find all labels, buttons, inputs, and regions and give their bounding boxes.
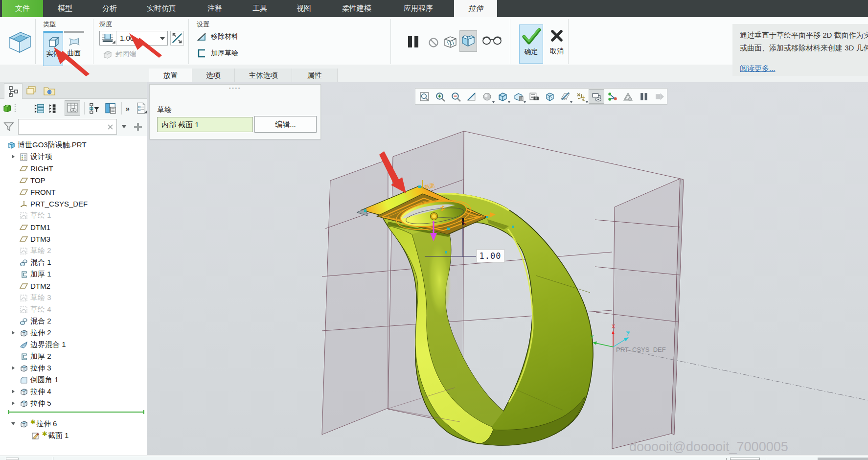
- clear-filter-icon[interactable]: [107, 124, 114, 130]
- saved-views-button[interactable]: [511, 89, 526, 104]
- placement-panel: ▪▪▪▪ 草绘 内部 截面 1 编辑...: [149, 84, 321, 139]
- collapse-all-icon[interactable]: [49, 103, 59, 114]
- zoom-fit-button[interactable]: [417, 89, 433, 104]
- wireframe-preview-icon[interactable]: [443, 35, 458, 49]
- menu-tab-7[interactable]: 应用程序: [391, 0, 445, 17]
- tree-item-6[interactable]: 草绘 1: [0, 209, 51, 221]
- dashboard-tab-3[interactable]: 属性: [292, 69, 338, 82]
- tree-item-5[interactable]: PRT_CSYS_DEF: [0, 198, 88, 209]
- panel-drag-dots[interactable]: ▪▪▪▪: [229, 86, 241, 91]
- expand-arrow-icon[interactable]: [11, 389, 16, 394]
- tree-item-18[interactable]: 加厚 2: [0, 350, 51, 362]
- tree-item-4[interactable]: FRONT: [0, 186, 56, 198]
- dimension-value[interactable]: 1.00: [480, 251, 502, 261]
- tree-column-settings-icon[interactable]: [105, 102, 116, 114]
- menu-file-button[interactable]: 文件: [2, 0, 43, 17]
- add-filter-icon[interactable]: [133, 122, 143, 132]
- expand-arrow-icon[interactable]: [11, 330, 16, 335]
- zoom-in-button[interactable]: [433, 89, 448, 104]
- dashboard-tab-0[interactable]: 放置: [149, 69, 192, 82]
- edit-sketch-button[interactable]: 编辑...: [254, 116, 317, 133]
- tree-item-17[interactable]: 边界混合 1: [0, 339, 66, 350]
- cancel-button[interactable]: 取消: [546, 24, 568, 64]
- folder-browser-tab-icon[interactable]: [25, 85, 38, 96]
- menu-tab-extrude-active[interactable]: 拉伸: [454, 0, 497, 17]
- no-preview-icon[interactable]: [428, 37, 439, 48]
- expand-all-icon[interactable]: [34, 103, 45, 114]
- toolbar-overflow-chevrons[interactable]: »: [126, 104, 130, 113]
- glasses-icon[interactable]: [482, 34, 503, 46]
- zoom-out-button[interactable]: [448, 89, 464, 104]
- tree-item-8[interactable]: DTM3: [0, 233, 50, 245]
- flip-direction-button[interactable]: [170, 31, 184, 46]
- datum-plane-left[interactable]: [322, 160, 388, 435]
- tree-item-7[interactable]: DTM1: [0, 221, 50, 233]
- pause-2-button[interactable]: [636, 89, 651, 104]
- tree-filter-input[interactable]: [18, 119, 117, 135]
- menu-tab-2[interactable]: 实时仿真: [135, 0, 188, 17]
- tree-item-9[interactable]: 草绘 2: [0, 245, 51, 256]
- verify-feature-button[interactable]: [459, 30, 477, 52]
- annotations-button[interactable]: [589, 89, 604, 104]
- tree-settings-doc-icon[interactable]: [136, 102, 147, 115]
- ok-button[interactable]: 确定: [519, 24, 543, 64]
- read-more-link[interactable]: 阅读更多...: [740, 64, 776, 73]
- drag-handle[interactable]: [431, 213, 438, 220]
- expand-arrow-icon[interactable]: [11, 154, 16, 159]
- spin-center-button[interactable]: [604, 89, 620, 104]
- tree-item-23[interactable]: ✱拉伸 6: [0, 418, 57, 430]
- graphics-area[interactable]: 截面 1.00: [147, 82, 868, 455]
- expand-arrow-icon[interactable]: [11, 401, 16, 406]
- expand-arrow-icon[interactable]: [11, 366, 16, 370]
- tree-item-3[interactable]: TOP: [0, 174, 46, 186]
- tree-item-16[interactable]: 拉伸 2: [0, 327, 51, 339]
- tree-item-19[interactable]: 拉伸 3: [0, 362, 51, 374]
- surface-type-button[interactable]: 曲面: [64, 31, 84, 66]
- perspective-button[interactable]: [542, 89, 558, 104]
- tree-item-11[interactable]: 加厚 1: [0, 268, 51, 280]
- tree-item-20[interactable]: 倒圆角 1: [0, 374, 59, 386]
- pause-icon[interactable]: [406, 35, 420, 49]
- remove-material-button[interactable]: 移除材料: [197, 32, 238, 42]
- tree-item-1[interactable]: 设计项: [0, 151, 52, 162]
- filter-dropdown-icon[interactable]: [121, 125, 127, 129]
- depth-dropdown-button[interactable]: [159, 31, 167, 45]
- solid-type-button[interactable]: 实体: [43, 31, 63, 66]
- show-cube-icon[interactable]: [3, 104, 11, 113]
- tree-item-0[interactable]: 博世GO3防误触.PRT: [0, 139, 87, 151]
- menu-tab-1[interactable]: 分析: [83, 0, 137, 17]
- tree-item-12[interactable]: DTM2: [0, 280, 50, 292]
- tree-item-13[interactable]: 草绘 3: [0, 292, 51, 303]
- menu-tab-5[interactable]: 视图: [277, 0, 331, 17]
- datum-plane-right[interactable]: [612, 179, 680, 449]
- section-button[interactable]: [557, 89, 573, 104]
- shading-icon: [482, 92, 492, 102]
- tree-item-2[interactable]: RIGHT: [0, 162, 53, 174]
- dashboard-tab-1[interactable]: 选项: [192, 69, 235, 82]
- repaint-button[interactable]: [464, 89, 480, 104]
- dashboard-tab-2[interactable]: 主体选项: [235, 69, 292, 82]
- tree-item-22[interactable]: 拉伸 5: [0, 397, 51, 409]
- favorites-tab-icon[interactable]: [43, 85, 56, 96]
- analysis-warn-button[interactable]: [620, 89, 636, 104]
- shading-button[interactable]: [480, 89, 495, 104]
- model-tree-tab[interactable]: [4, 83, 23, 99]
- menu-tab-6[interactable]: 柔性建模: [330, 0, 384, 17]
- capture-button[interactable]: [526, 89, 542, 104]
- tree-item-21[interactable]: 拉伸 4: [0, 386, 51, 397]
- thicken-sketch-button[interactable]: 加厚草绘: [197, 48, 238, 58]
- tree-item-15[interactable]: 混合 2: [0, 315, 51, 327]
- collapse-arrow-icon[interactable]: [11, 421, 16, 426]
- insertion-locator-line[interactable]: [8, 412, 144, 413]
- step-forward-button[interactable]: [651, 89, 667, 104]
- depth-value-input[interactable]: 1.00: [116, 31, 159, 45]
- sketch-reference-field[interactable]: 内部 截面 1: [157, 117, 253, 132]
- tree-item-24[interactable]: ✱截面 1: [0, 430, 69, 441]
- tree-filters-icon[interactable]: [89, 102, 100, 114]
- tree-item-14[interactable]: 草绘 4: [0, 303, 51, 315]
- depth-type-button[interactable]: [100, 31, 116, 45]
- datum-display-button[interactable]: [573, 89, 589, 104]
- display-style-button[interactable]: [495, 89, 511, 104]
- tree-columns-toggle-button[interactable]: [65, 100, 81, 116]
- tree-item-10[interactable]: 混合 1: [0, 256, 51, 268]
